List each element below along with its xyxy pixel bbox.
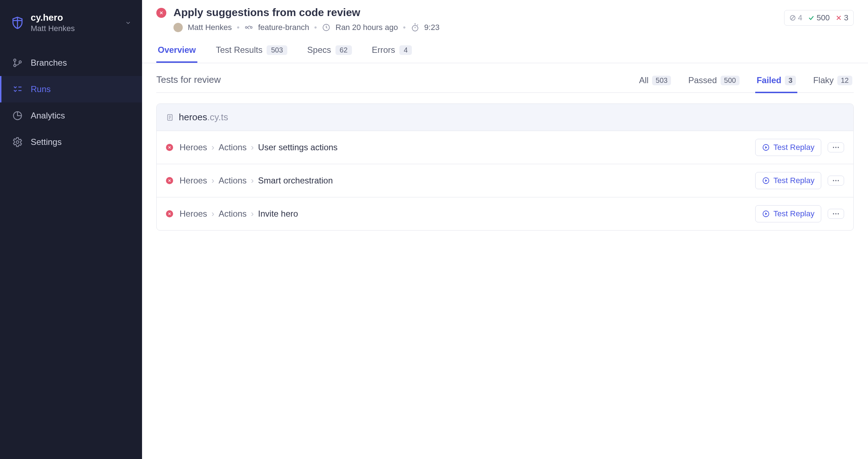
filter-flaky-label: Flaky <box>813 75 833 85</box>
ellipsis-icon <box>832 146 839 148</box>
svg-marker-36 <box>765 212 767 215</box>
review-section: Tests for review All 503 Passed 500 Fail… <box>142 63 868 241</box>
nav-branches-label: Branches <box>31 58 67 68</box>
test-row[interactable]: Heroes › Actions › User settings actions… <box>157 131 853 164</box>
replay-icon <box>762 177 770 185</box>
nav-settings-label: Settings <box>31 137 62 147</box>
filter-all-label: All <box>639 75 649 85</box>
run-branch: feature-branch <box>258 23 309 32</box>
svg-point-24 <box>835 147 836 148</box>
svg-point-8 <box>251 27 252 29</box>
project-switcher[interactable]: cy.hero Matt Henkes <box>0 9 142 43</box>
run-duration: 9:23 <box>424 23 440 32</box>
tab-overview[interactable]: Overview <box>156 41 197 63</box>
run-title: Apply suggestions from code review <box>173 6 777 19</box>
stat-failed-value: 3 <box>844 13 848 22</box>
more-actions-button[interactable] <box>828 142 844 152</box>
svg-marker-29 <box>765 179 767 182</box>
test-row[interactable]: Heroes › Actions › Invite hero Test Repl… <box>157 197 853 230</box>
chevron-right-icon: › <box>251 176 254 186</box>
shield-icon <box>11 16 24 30</box>
run-timestamp: Ran 20 hours ago <box>335 23 398 32</box>
run-title-block: Apply suggestions from code review Matt … <box>173 6 777 32</box>
nav-settings[interactable]: Settings <box>0 129 142 155</box>
filter-failed[interactable]: Failed 3 <box>755 73 797 93</box>
crumb: Heroes <box>180 209 207 219</box>
svg-point-2 <box>19 61 21 63</box>
test-replay-label: Test Replay <box>773 176 814 185</box>
svg-point-1 <box>14 64 16 66</box>
project-user: Matt Henkes <box>31 24 118 33</box>
nav-branches[interactable]: Branches <box>0 50 142 76</box>
run-status-failed-icon <box>156 8 166 18</box>
gear-icon <box>12 137 23 147</box>
main-tabs: Overview Test Results 503 Specs 62 Error… <box>142 41 868 63</box>
filter-flaky[interactable]: Flaky 12 <box>812 73 854 93</box>
test-replay-button[interactable]: Test Replay <box>755 139 821 156</box>
review-title: Tests for review <box>156 74 221 85</box>
svg-point-7 <box>246 27 247 29</box>
commit-branch-icon <box>244 23 253 32</box>
check-icon <box>808 15 814 21</box>
ellipsis-icon <box>832 213 839 215</box>
svg-point-4 <box>16 141 19 143</box>
filter-passed-count: 500 <box>721 76 740 85</box>
nav-analytics-label: Analytics <box>31 111 65 121</box>
test-name: Invite hero <box>258 209 298 219</box>
filter-failed-count: 3 <box>785 76 796 85</box>
tab-test-results-label: Test Results <box>216 45 263 55</box>
replay-icon <box>762 143 770 151</box>
svg-marker-22 <box>765 146 767 148</box>
test-breadcrumb: Heroes › Actions › User settings actions <box>180 142 749 152</box>
test-name: Smart orchestration <box>258 176 333 186</box>
stat-passed: 500 <box>808 13 830 22</box>
filter-flaky-count: 12 <box>837 76 852 85</box>
chevron-right-icon: › <box>251 209 254 219</box>
svg-point-32 <box>838 180 839 181</box>
stat-skipped-value: 4 <box>798 13 802 22</box>
svg-point-38 <box>835 213 836 214</box>
nav-analytics[interactable]: Analytics <box>0 102 142 129</box>
test-replay-button[interactable]: Test Replay <box>755 172 821 189</box>
crumb: Actions <box>218 176 247 186</box>
tab-errors-label: Errors <box>372 45 395 55</box>
chevron-down-icon <box>125 20 131 26</box>
runs-icon <box>12 84 23 95</box>
stat-passed-value: 500 <box>817 13 830 22</box>
test-replay-label: Test Replay <box>773 143 814 152</box>
spec-group-header[interactable]: heroes.cy.ts <box>157 104 853 131</box>
tab-specs-count: 62 <box>335 45 352 55</box>
more-actions-button[interactable] <box>828 176 844 186</box>
spec-file-name: heroes <box>179 112 207 122</box>
main-content: Apply suggestions from code review Matt … <box>142 0 868 459</box>
test-replay-button[interactable]: Test Replay <box>755 205 821 222</box>
filter-all[interactable]: All 503 <box>637 73 672 93</box>
svg-point-39 <box>838 213 839 214</box>
run-header: Apply suggestions from code review Matt … <box>142 0 868 32</box>
run-meta: Matt Henkes • feature-branch • Ran 20 ho… <box>173 23 777 32</box>
run-stats: 4 500 3 <box>784 10 854 26</box>
nav-runs[interactable]: Runs <box>0 76 142 102</box>
test-breadcrumb: Heroes › Actions › Smart orchestration <box>180 176 749 186</box>
tab-test-results[interactable]: Test Results 503 <box>215 41 289 63</box>
x-icon <box>836 15 842 21</box>
crumb: Actions <box>218 209 247 219</box>
clock-icon <box>322 23 330 32</box>
test-row[interactable]: Heroes › Actions › Smart orchestration T… <box>157 164 853 197</box>
nav-runs-label: Runs <box>31 84 51 94</box>
tab-specs[interactable]: Specs 62 <box>306 41 353 63</box>
skip-icon <box>789 15 796 21</box>
more-actions-button[interactable] <box>828 209 844 219</box>
sidebar: cy.hero Matt Henkes Branches Runs Analyt… <box>0 0 142 459</box>
chevron-right-icon: › <box>211 209 214 219</box>
author-avatar <box>173 23 183 32</box>
chevron-right-icon: › <box>251 142 254 152</box>
replay-icon <box>762 210 770 218</box>
svg-point-23 <box>833 147 834 148</box>
filter-failed-label: Failed <box>757 75 781 85</box>
svg-point-0 <box>14 59 16 61</box>
filter-passed[interactable]: Passed 500 <box>687 73 741 93</box>
svg-point-37 <box>833 213 834 214</box>
tab-errors[interactable]: Errors 4 <box>370 41 413 63</box>
sidebar-nav: Branches Runs Analytics Settings <box>0 50 142 155</box>
